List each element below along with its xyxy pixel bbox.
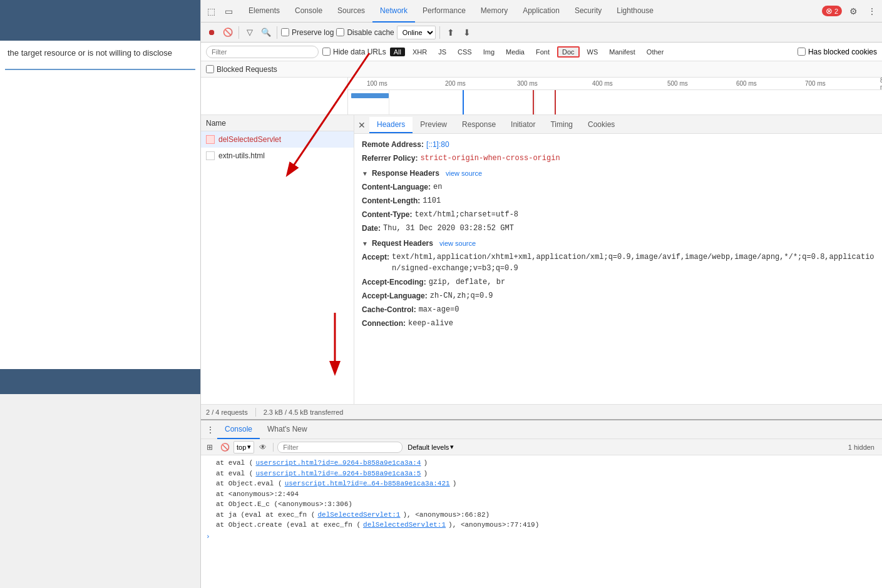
console-sidebar-icon[interactable]: ⊞ bbox=[203, 441, 216, 454]
console-line-expand[interactable]: › bbox=[206, 532, 877, 542]
headers-tab-preview[interactable]: Preview bbox=[413, 117, 454, 133]
blocked-requests-checkbox[interactable]: Blocked Requests bbox=[206, 65, 277, 74]
headers-tab-cookies[interactable]: Cookies bbox=[580, 117, 622, 133]
blocked-requests-input[interactable] bbox=[206, 65, 214, 73]
console-clear-icon[interactable]: 🚫 bbox=[218, 441, 231, 454]
record-button[interactable]: ⏺ bbox=[205, 26, 218, 39]
console-link-5[interactable]: delSelectedServlet:1 bbox=[317, 510, 400, 520]
network-item-name-1: extn-utils.html bbox=[218, 151, 265, 160]
tab-bar-right: ⊗ 2 ⚙ ⋮ bbox=[822, 4, 879, 19]
disable-cache-input[interactable] bbox=[336, 28, 344, 36]
tab-application[interactable]: Application bbox=[515, 0, 567, 23]
filter-type-css[interactable]: CSS bbox=[454, 48, 476, 56]
console-line-5: at ja (eval at exec_fn (delSelectedServl… bbox=[216, 510, 877, 520]
network-toolbar: ⏺ 🚫 ▽ 🔍 Preserve log Disable cache Onlin… bbox=[201, 23, 882, 43]
tab-security[interactable]: Security bbox=[567, 0, 609, 23]
filter-type-ws[interactable]: WS bbox=[583, 48, 602, 56]
hidden-count-badge: 1 hidden bbox=[848, 444, 879, 451]
import-har-button[interactable]: ⬆ bbox=[444, 26, 458, 39]
default-levels-select[interactable]: Default levels ▾ bbox=[408, 443, 454, 451]
devtools-panel: ⬚ ▭ Elements Console Sources Network Per… bbox=[200, 0, 882, 588]
tab-memory[interactable]: Memory bbox=[473, 0, 515, 23]
cache-control-key: Cache-Control: bbox=[362, 304, 416, 315]
response-headers-title: Response Headers bbox=[372, 169, 439, 178]
preserve-log-checkbox[interactable]: Preserve log bbox=[281, 28, 334, 37]
tab-network[interactable]: Network bbox=[372, 0, 415, 23]
request-view-source-link[interactable]: view source bbox=[439, 240, 476, 247]
timeline-area: 100 ms 200 ms 300 ms 400 ms 500 ms 600 m… bbox=[201, 78, 882, 115]
filter-type-media[interactable]: Media bbox=[502, 48, 528, 56]
throttle-select[interactable]: Online bbox=[397, 26, 436, 39]
console-eye-icon[interactable]: 👁 bbox=[257, 441, 269, 454]
tab-lighthouse[interactable]: Lighthouse bbox=[609, 0, 661, 23]
settings-icon[interactable]: ⚙ bbox=[846, 4, 861, 19]
search-icon[interactable]: 🔍 bbox=[259, 26, 273, 39]
hide-data-urls-checkbox[interactable]: Hide data URLs bbox=[322, 48, 386, 56]
filter-type-js[interactable]: JS bbox=[434, 48, 450, 56]
disable-cache-checkbox[interactable]: Disable cache bbox=[336, 28, 394, 37]
filter-type-doc[interactable]: Doc bbox=[557, 46, 580, 58]
content-language-val: en bbox=[433, 181, 442, 193]
filter-icon[interactable]: ▽ bbox=[243, 26, 257, 39]
console-dots-icon[interactable]: ⋮ bbox=[203, 423, 217, 437]
vline-red-2 bbox=[555, 90, 556, 114]
filter-input[interactable] bbox=[206, 46, 319, 58]
console-tabs: ⋮ Console What's New bbox=[201, 420, 882, 439]
preserve-log-input[interactable] bbox=[281, 28, 289, 36]
webpage-panel: the target resource or is not willing to… bbox=[0, 0, 200, 394]
headers-tab-timing[interactable]: Timing bbox=[543, 117, 580, 133]
accept-encoding-row: Accept-Encoding: gzip, deflate, br bbox=[362, 276, 874, 288]
webpage-bottom-bar bbox=[0, 369, 200, 394]
transferred-size: 2.3 kB / 4.5 kB transferred bbox=[264, 408, 344, 416]
accept-row: Accept: text/html,application/xhtml+xml,… bbox=[362, 251, 874, 274]
filter-type-all[interactable]: All bbox=[390, 48, 405, 56]
top-context-select[interactable]: top ▾ bbox=[233, 441, 254, 454]
network-item-name-0: delSelectedServlet bbox=[218, 135, 281, 144]
toolbar-divider-2 bbox=[277, 26, 277, 39]
console-tab-whatsnew[interactable]: What's New bbox=[260, 420, 315, 439]
headers-tab-initiator[interactable]: Initiator bbox=[503, 117, 543, 133]
console-link-0[interactable]: userscript.html?id=e…9264-b858a9e1ca3a:4 bbox=[255, 458, 421, 469]
tab-elements[interactable]: Elements bbox=[241, 0, 287, 23]
inspect-element-icon[interactable]: ⬚ bbox=[203, 4, 218, 19]
console-link-6[interactable]: delSelectedServlet:1 bbox=[363, 520, 446, 530]
blocked-requests-row: Blocked Requests bbox=[201, 61, 882, 78]
headers-tab-headers[interactable]: Headers bbox=[369, 117, 413, 133]
network-item-0[interactable]: delSelectedServlet bbox=[201, 131, 354, 148]
network-item-1[interactable]: extn-utils.html bbox=[201, 148, 354, 164]
has-blocked-cookies-checkbox[interactable]: Has blocked cookies bbox=[797, 48, 877, 56]
filter-type-manifest[interactable]: Manifest bbox=[605, 48, 639, 56]
console-link-1[interactable]: userscript.html?id=e…9264-b858a9e1ca3a:5 bbox=[255, 469, 421, 479]
remote-address-key: Remote Address: bbox=[362, 139, 424, 150]
filter-type-xhr[interactable]: XHR bbox=[409, 48, 431, 56]
has-blocked-cookies-input[interactable] bbox=[797, 48, 806, 56]
request-bar-1 bbox=[351, 93, 389, 98]
hide-data-urls-input[interactable] bbox=[322, 48, 331, 56]
tab-console[interactable]: Console bbox=[287, 0, 330, 23]
console-filter-input[interactable] bbox=[277, 442, 403, 453]
filter-type-img[interactable]: Img bbox=[479, 48, 498, 56]
clear-button[interactable]: 🚫 bbox=[221, 26, 235, 39]
error-count: 2 bbox=[834, 8, 838, 15]
console-tab-console[interactable]: Console bbox=[217, 420, 260, 439]
network-item-icon-1 bbox=[206, 151, 215, 160]
response-view-source-link[interactable]: view source bbox=[446, 170, 482, 177]
filter-type-font[interactable]: Font bbox=[532, 48, 553, 56]
headers-close-button[interactable]: ✕ bbox=[354, 117, 369, 133]
accept-key: Accept: bbox=[362, 251, 389, 274]
device-toolbar-icon[interactable]: ▭ bbox=[221, 4, 236, 19]
headers-tab-response[interactable]: Response bbox=[454, 117, 503, 133]
tab-sources[interactable]: Sources bbox=[330, 0, 372, 23]
toolbar-divider-3 bbox=[439, 26, 440, 39]
disable-cache-label: Disable cache bbox=[347, 28, 394, 37]
accept-encoding-val: gzip, deflate, br bbox=[429, 276, 505, 288]
tick-400ms: 400 ms bbox=[592, 80, 613, 87]
network-list-header: Name bbox=[201, 115, 354, 131]
accept-language-row: Accept-Language: zh-CN,zh;q=0.9 bbox=[362, 290, 874, 302]
console-link-2[interactable]: userscript.html?id=e…64-b858a9e1ca3a:421 bbox=[285, 479, 450, 489]
tab-performance[interactable]: Performance bbox=[415, 0, 473, 23]
more-options-icon[interactable]: ⋮ bbox=[864, 4, 879, 19]
accept-encoding-key: Accept-Encoding: bbox=[362, 276, 426, 288]
filter-type-other[interactable]: Other bbox=[643, 48, 668, 56]
export-har-button[interactable]: ⬇ bbox=[460, 26, 474, 39]
